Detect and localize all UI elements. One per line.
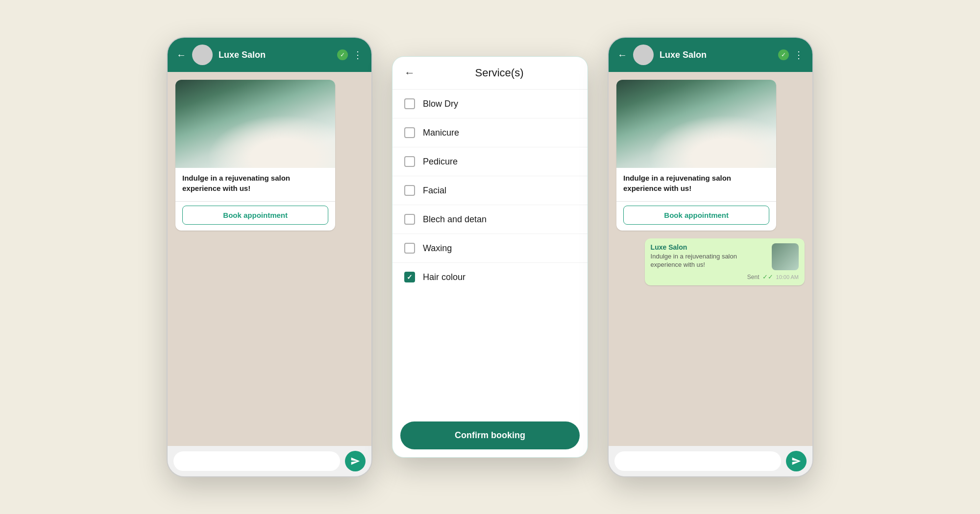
notification-check-icon: ✓✓ [762,273,773,280]
right-phone-body: Indulge in a rejuvenating salon experien… [609,72,812,446]
notification-bubble: Luxe Salon Indulge in a rejuvenating sal… [645,238,805,285]
right-header-icons: ✓ ⋮ [778,49,804,61]
left-salon-name: Luxe Salon [219,50,331,60]
right-back-icon[interactable]: ← [617,49,627,61]
right-chat-messages: Indulge in a rejuvenating salon experien… [616,80,805,438]
modal-back-button[interactable]: ← [404,67,415,79]
left-header-info: Luxe Salon [219,50,331,60]
left-book-btn-wrap: Book appointment [175,201,335,231]
right-send-button[interactable] [786,451,807,471]
left-avatar [192,45,213,65]
notification-description: Indulge in a rejuvenating salon experien… [651,253,767,269]
service-label-facial: Facial [423,186,446,196]
notification-brand: Luxe Salon [651,243,767,251]
right-book-appointment-button[interactable]: Book appointment [623,206,769,225]
checkbox-manicure[interactable] [404,127,415,138]
left-header-icons: ✓ ⋮ [337,49,363,61]
service-item-blech-detan[interactable]: Blech and detan [392,205,588,234]
modal-title: Service(s) [423,67,576,79]
notification-inner: Luxe Salon Indulge in a rejuvenating sal… [651,243,799,270]
right-phone-footer [609,446,812,476]
right-bubble-description: Indulge in a rejuvenating salon experien… [623,173,769,193]
left-more-icon[interactable]: ⋮ [353,49,363,61]
checkbox-pedicure[interactable] [404,156,415,167]
checkbox-waxing[interactable] [404,243,415,254]
left-chat-bubble: Indulge in a rejuvenating salon experien… [175,80,335,231]
notification-footer: Sent ✓✓ 10:00 AM [651,273,799,280]
right-message-input[interactable] [614,451,781,471]
notification-image [772,243,799,270]
service-item-blow-dry[interactable]: Blow Dry [392,90,588,118]
left-salon-image [175,80,335,168]
notification-time: 10:00 AM [776,274,799,280]
left-phone: ← Luxe Salon ✓ ⋮ Indulge in a rejuvenati… [167,37,372,477]
service-item-waxing[interactable]: Waxing [392,234,588,263]
left-phone-header: ← Luxe Salon ✓ ⋮ [168,38,371,72]
service-item-facial[interactable]: Facial [392,176,588,205]
right-phone: ← Luxe Salon ✓ ⋮ Indulge in a rejuvenati… [608,37,813,477]
checkbox-hair-colour[interactable] [404,272,415,282]
right-book-btn-wrap: Book appointment [616,201,776,231]
left-phone-footer [168,446,371,476]
service-label-hair-colour: Hair colour [423,272,466,282]
left-phone-body: Indulge in a rejuvenating salon experien… [168,72,371,446]
right-header-info: Luxe Salon [660,50,772,60]
service-item-pedicure[interactable]: Pedicure [392,147,588,176]
service-label-pedicure: Pedicure [423,157,458,167]
service-list: Blow DryManicurePedicureFacialBlech and … [392,90,588,414]
modal-header: ← Service(s) [392,57,588,90]
left-bubble-container: Indulge in a rejuvenating salon experien… [175,80,364,231]
right-verified-icon: ✓ [778,49,789,60]
right-salon-name: Luxe Salon [660,50,772,60]
notification-sent-label: Sent [747,274,760,280]
left-bubble-text: Indulge in a rejuvenating salon experien… [175,168,335,201]
service-label-blech-detan: Blech and detan [423,214,487,225]
left-send-icon [350,456,360,466]
left-book-appointment-button[interactable]: Book appointment [182,206,328,225]
service-label-waxing: Waxing [423,243,452,254]
service-label-blow-dry: Blow Dry [423,99,458,109]
right-bubble-text: Indulge in a rejuvenating salon experien… [616,168,776,201]
left-bubble-description: Indulge in a rejuvenating salon experien… [182,173,328,193]
right-chat-bubble: Indulge in a rejuvenating salon experien… [616,80,776,231]
right-bubble-container: Indulge in a rejuvenating salon experien… [616,80,805,285]
right-salon-image [616,80,776,168]
left-message-input[interactable] [173,451,340,471]
right-phone-header: ← Luxe Salon ✓ ⋮ [609,38,812,72]
notification-text-block: Luxe Salon Indulge in a rejuvenating sal… [651,243,767,270]
checkbox-blech-detan[interactable] [404,214,415,225]
notification-container: Luxe Salon Indulge in a rejuvenating sal… [645,238,805,285]
left-send-button[interactable] [345,451,366,471]
confirm-booking-button[interactable]: Confirm booking [400,421,580,449]
service-item-manicure[interactable]: Manicure [392,118,588,147]
service-item-hair-colour[interactable]: Hair colour [392,263,588,291]
checkbox-blow-dry[interactable] [404,98,415,109]
left-chat-messages: Indulge in a rejuvenating salon experien… [175,80,364,438]
left-verified-icon: ✓ [337,49,348,60]
service-modal: ← Service(s) Blow DryManicurePedicureFac… [392,56,588,458]
right-more-icon[interactable]: ⋮ [794,49,804,61]
right-send-icon [791,456,801,466]
service-label-manicure: Manicure [423,128,459,138]
main-container: ← Luxe Salon ✓ ⋮ Indulge in a rejuvenati… [0,0,980,514]
left-back-icon[interactable]: ← [176,49,186,61]
right-avatar [633,45,654,65]
checkbox-facial[interactable] [404,185,415,196]
